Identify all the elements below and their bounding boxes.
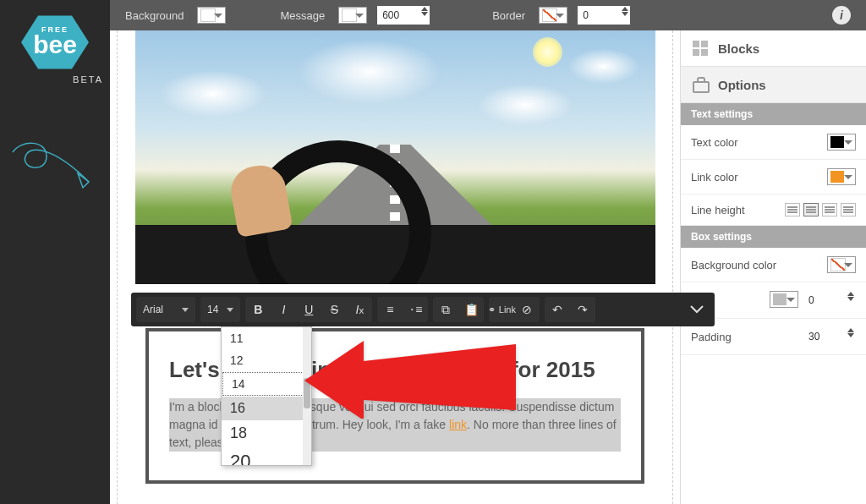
unordered-list-button[interactable]: ⬝≡: [403, 297, 428, 322]
bold-button[interactable]: B: [245, 297, 271, 322]
strike-button[interactable]: S: [321, 297, 347, 322]
text-settings-header: Text settings: [681, 103, 866, 125]
stepper-up-icon[interactable]: [847, 328, 854, 332]
stepper-down-icon[interactable]: [622, 12, 628, 16]
side-panel: Blocks Options Text settings Text color …: [680, 30, 866, 504]
logo-bee-text: bee: [33, 30, 77, 59]
box-settings-header: Box settings: [681, 226, 866, 248]
background-label: Background: [125, 9, 184, 22]
svg-marker-0: [304, 341, 516, 419]
chevron-down-icon: [690, 305, 704, 314]
clear-format-button[interactable]: Ix: [347, 297, 372, 322]
padding-input[interactable]: 30: [803, 327, 856, 346]
font-size-option[interactable]: 12: [222, 349, 311, 371]
box-border-width-input[interactable]: 0: [803, 291, 856, 310]
line-height-label: Line height: [691, 204, 745, 216]
stepper-down-icon[interactable]: [421, 12, 428, 16]
italic-button[interactable]: I: [271, 297, 296, 322]
message-color-picker[interactable]: [338, 7, 367, 24]
toolbox-icon: [693, 77, 710, 92]
stepper-up-icon[interactable]: [622, 7, 628, 11]
font-size-option-selected[interactable]: 14: [222, 372, 310, 396]
box-border-color-picker[interactable]: [770, 291, 798, 308]
font-size-select[interactable]: 14: [200, 297, 240, 322]
bg-color-label: Background color: [691, 259, 776, 271]
annotation-arrow-icon: [304, 326, 524, 422]
topbar: Background Message 600 Border 0 i: [110, 0, 866, 30]
font-size-option[interactable]: 18: [222, 420, 311, 446]
link-color-label: Link color: [691, 171, 738, 184]
bg-color-row: Background color: [681, 248, 866, 282]
stepper-down-icon[interactable]: [847, 333, 854, 337]
font-size-option[interactable]: 16: [222, 397, 311, 420]
squiggle-arrow-icon: [8, 135, 101, 203]
font-size-option[interactable]: 20: [222, 446, 311, 466]
stepper-up-icon[interactable]: [847, 292, 854, 296]
font-size-option[interactable]: 11: [222, 327, 311, 349]
options-tab[interactable]: Options: [681, 67, 866, 103]
paste-button[interactable]: 📋: [458, 297, 484, 322]
blocks-icon: [693, 41, 710, 56]
stepper-down-icon[interactable]: [847, 297, 854, 301]
redo-button[interactable]: ↷: [570, 297, 595, 322]
caret-down-icon: [182, 308, 189, 312]
text-color-label: Text color: [691, 136, 738, 149]
collapse-toolbar-button[interactable]: [684, 297, 710, 322]
message-width-value: 600: [382, 9, 399, 21]
background-color-picker[interactable]: [197, 7, 226, 24]
link-button[interactable]: ⚭Link: [489, 297, 514, 322]
left-rail: FREE bee BETA: [0, 0, 110, 504]
rich-text-toolbar: Arial 14 B I U S Ix ≡ ⬝≡ ⧉ 📋 ⚭Link ⊘ ↶ ↷: [131, 293, 715, 326]
link-color-row: Link color: [681, 160, 866, 194]
border-width-input[interactable]: 0: [578, 6, 630, 25]
unlink-button[interactable]: ⊘: [514, 297, 540, 322]
border-color-picker[interactable]: [539, 7, 567, 24]
text-color-row: Text color: [681, 125, 866, 160]
caret-down-icon: [227, 308, 233, 312]
font-family-select[interactable]: Arial: [136, 297, 195, 322]
undo-button[interactable]: ↶: [545, 297, 570, 322]
font-size-dropdown[interactable]: 11 12 14 16 18 20 22: [221, 326, 312, 466]
message-label: Message: [280, 9, 325, 22]
beta-label: BETA: [73, 74, 103, 85]
line-height-row: Line height: [681, 194, 866, 226]
info-icon[interactable]: i: [832, 6, 851, 25]
ordered-list-button[interactable]: ≡: [377, 297, 403, 322]
border-width-value: 0: [583, 9, 589, 21]
options-label: Options: [718, 78, 766, 92]
copy-button[interactable]: ⧉: [433, 297, 458, 322]
padding-label: Padding: [691, 331, 732, 343]
border-label: Border: [492, 9, 525, 22]
hero-image[interactable]: [135, 30, 655, 284]
line-height-options[interactable]: [785, 203, 856, 216]
canvas-area[interactable]: Let's put you in the driver's seat for 2…: [117, 30, 673, 504]
text-color-picker[interactable]: [827, 134, 856, 151]
logo[interactable]: FREE bee: [21, 13, 89, 80]
underline-button[interactable]: U: [296, 297, 321, 322]
link-color-picker[interactable]: [827, 168, 856, 185]
bg-color-picker[interactable]: [827, 256, 856, 273]
stepper-up-icon[interactable]: [421, 7, 428, 11]
blocks-tab[interactable]: Blocks: [681, 30, 866, 67]
message-width-input[interactable]: 600: [377, 6, 430, 25]
blocks-label: Blocks: [718, 41, 759, 56]
